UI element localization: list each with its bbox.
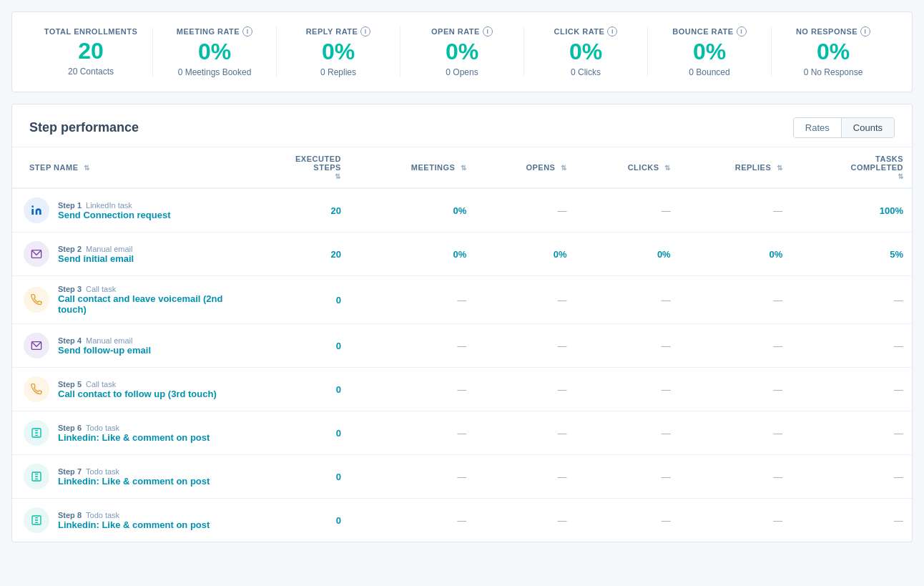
meetings-cell: — <box>350 499 475 542</box>
col-step-name[interactable]: STEP NAME ⇅ <box>12 147 241 188</box>
table-row: Step 5Call taskCall contact to follow up… <box>12 368 912 411</box>
col-replies[interactable]: REPLIES ⇅ <box>679 147 792 188</box>
stat-label: BOUNCE RATEi <box>657 26 762 36</box>
step-action-name[interactable]: Send Connection request <box>58 210 170 220</box>
opens-cell: — <box>475 455 575 499</box>
step-type: Todo task <box>86 467 119 476</box>
stat-item: NO RESPONSEi0%0 No Response <box>772 26 895 77</box>
step-type: Todo task <box>86 511 119 519</box>
sort-icon-clicks: ⇅ <box>664 164 671 172</box>
col-opens[interactable]: OPENS ⇅ <box>475 147 575 188</box>
section-header: Step performance Rates Counts <box>12 104 912 147</box>
clicks-cell: — <box>575 368 679 411</box>
tasks-completed-cell: 100% <box>791 188 912 233</box>
executed-steps-cell: 0 <box>241 368 350 411</box>
stat-value: 0% <box>162 39 267 64</box>
step-name-cell: Step 1LinkedIn taskSend Connection reque… <box>12 188 241 233</box>
step-type: LinkedIn task <box>86 201 132 210</box>
stat-sub: 0 Meetings Booked <box>162 67 267 77</box>
step-action-name[interactable]: Linkedin: Like & comment on post <box>58 432 210 443</box>
replies-cell: — <box>679 368 792 411</box>
stat-value: 0% <box>409 39 515 64</box>
stat-label: NO RESPONSEi <box>780 26 886 36</box>
step-table-container: STEP NAME ⇅ EXECUTED STEPS ⇅ MEETINGS ⇅ <box>12 147 912 542</box>
opens-cell: — <box>475 368 575 411</box>
info-icon[interactable]: i <box>607 26 617 36</box>
stat-item: TOTAL ENROLLMENTS2020 Contacts <box>29 27 153 77</box>
clicks-cell: — <box>575 455 679 499</box>
step-type: Call task <box>86 380 116 389</box>
opens-cell: — <box>475 411 575 455</box>
rates-toggle-button[interactable]: Rates <box>794 118 842 137</box>
col-meetings[interactable]: MEETINGS ⇅ <box>350 147 475 188</box>
step-name-cell: Step 7Todo taskLinkedin: Like & comment … <box>12 455 241 499</box>
executed-steps-cell: 0 <box>241 411 350 455</box>
step-action-name[interactable]: Call contact to follow up (3rd touch) <box>58 389 217 399</box>
meetings-cell: 0% <box>350 233 475 276</box>
meetings-cell: — <box>350 324 475 368</box>
step-action-name[interactable]: Linkedin: Like & comment on post <box>58 476 210 487</box>
top-stats-bar: TOTAL ENROLLMENTS2020 ContactsMEETING RA… <box>11 11 913 92</box>
step-number: Step 7 <box>58 467 82 476</box>
opens-cell: — <box>475 499 575 542</box>
clicks-cell: — <box>575 499 679 542</box>
clicks-cell: 0% <box>575 233 679 276</box>
tasks-completed-cell: — <box>791 324 912 368</box>
stat-sub: 0 Clicks <box>533 67 639 77</box>
info-icon[interactable]: i <box>360 26 370 36</box>
sort-icon-replies: ⇅ <box>777 164 783 172</box>
section-title: Step performance <box>29 120 139 135</box>
replies-cell: — <box>679 411 792 455</box>
step-icon-linkedin <box>24 197 49 223</box>
step-name-cell: Step 3Call taskCall contact and leave vo… <box>12 276 241 324</box>
col-tasks[interactable]: TASKS COMPLETED ⇅ <box>791 147 912 188</box>
tasks-completed-cell: — <box>791 411 912 455</box>
step-icon-call <box>24 287 49 313</box>
step-action-name[interactable]: Send follow-up email <box>58 345 151 356</box>
opens-cell: — <box>475 324 575 368</box>
replies-cell: — <box>679 324 792 368</box>
table-row: Step 4Manual emailSend follow-up email0—… <box>12 324 912 368</box>
stat-value: 0% <box>780 39 886 64</box>
executed-steps-cell: 0 <box>241 455 350 499</box>
stat-item: MEETING RATEi0%0 Meetings Booked <box>153 26 277 77</box>
table-row: Step 1LinkedIn taskSend Connection reque… <box>12 188 912 233</box>
info-icon[interactable]: i <box>483 26 493 36</box>
stat-label: REPLY RATEi <box>285 26 391 36</box>
table-header-row: STEP NAME ⇅ EXECUTED STEPS ⇅ MEETINGS ⇅ <box>12 147 912 188</box>
clicks-cell: — <box>575 276 679 324</box>
info-icon[interactable]: i <box>860 26 870 36</box>
executed-steps-cell: 0 <box>241 276 350 324</box>
stat-sub: 0 Bounced <box>657 67 762 77</box>
stat-value: 0% <box>285 39 391 64</box>
meetings-cell: 0% <box>350 188 475 233</box>
step-name-cell: Step 6Todo taskLinkedin: Like & comment … <box>12 411 241 455</box>
col-clicks[interactable]: CLICKS ⇅ <box>575 147 679 188</box>
table-row: Step 8Todo taskLinkedin: Like & comment … <box>12 499 912 542</box>
step-name-cell: Step 2Manual emailSend initial email <box>12 233 241 276</box>
meetings-cell: — <box>350 411 475 455</box>
table-row: Step 3Call taskCall contact and leave vo… <box>12 276 912 324</box>
stat-sub: 0 No Response <box>780 67 886 77</box>
executed-steps-cell: 0 <box>241 324 350 368</box>
step-action-name[interactable]: Call contact and leave voicemail (2nd to… <box>58 293 232 315</box>
stat-sub: 0 Opens <box>409 67 515 77</box>
executed-steps-cell: 0 <box>241 499 350 542</box>
counts-toggle-button[interactable]: Counts <box>842 118 894 137</box>
opens-cell: — <box>475 276 575 324</box>
clicks-cell: — <box>575 411 679 455</box>
svg-point-0 <box>31 206 34 208</box>
info-icon[interactable]: i <box>737 26 747 36</box>
sort-icon-meetings: ⇅ <box>461 164 467 172</box>
replies-cell: — <box>679 499 792 542</box>
tasks-completed-cell: — <box>791 276 912 324</box>
step-table: STEP NAME ⇅ EXECUTED STEPS ⇅ MEETINGS ⇅ <box>12 147 912 542</box>
sort-icon-executed: ⇅ <box>335 172 341 180</box>
stat-label: OPEN RATEi <box>409 26 515 36</box>
step-action-name[interactable]: Linkedin: Like & comment on post <box>58 519 210 530</box>
info-icon[interactable]: i <box>242 26 252 36</box>
step-action-name[interactable]: Send initial email <box>58 253 134 264</box>
step-type: Call task <box>86 285 116 293</box>
col-executed-steps[interactable]: EXECUTED STEPS ⇅ <box>241 147 350 188</box>
step-performance-section: Step performance Rates Counts STEP NAME … <box>11 104 913 542</box>
